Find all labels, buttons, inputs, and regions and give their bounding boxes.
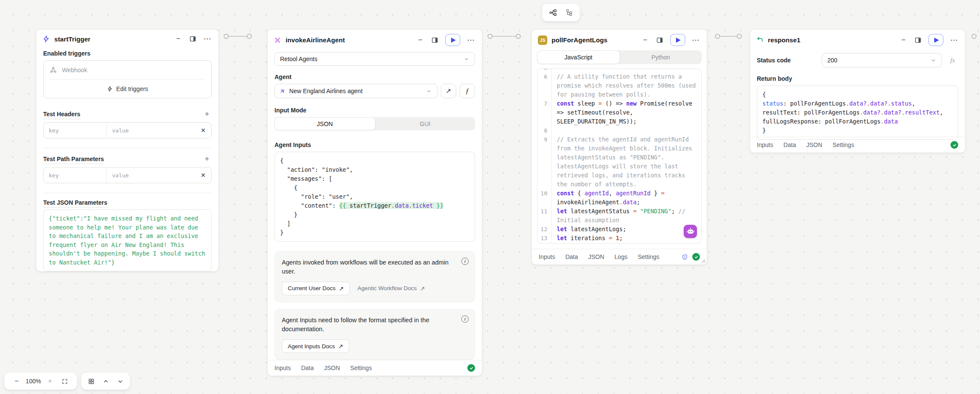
info-icon[interactable]: i [461,315,469,323]
tab-inputs[interactable]: Inputs [275,365,291,371]
output-port[interactable] [487,34,493,39]
run-block-button[interactable] [670,34,685,46]
block-header: JS pollForAgentLogs − ⋯ [532,29,707,50]
test-headers-label: Test Headers [43,111,80,118]
zoom-in-icon[interactable]: + [43,374,57,388]
more-options-icon[interactable]: ⋯ [466,35,476,45]
block-start-trigger[interactable]: startTrigger − ⋯ Enabled triggers Webhoo… [36,29,219,272]
tab-settings[interactable]: Settings [638,253,659,260]
agent-inputs-editor[interactable]: { "action": "invoke", "messages": [ { "r… [275,152,475,242]
resize-handle[interactable] [701,259,705,263]
flow-view-icon[interactable] [546,6,560,20]
tab-inputs[interactable]: Inputs [757,141,773,148]
side-panel-icon[interactable] [430,35,440,45]
workflow-canvas[interactable]: { "ui": { "zoom_level": "100%", "icons":… [0,0,980,394]
more-options-icon[interactable]: ⋯ [691,35,701,45]
block-title: response1 [768,36,800,44]
tab-python[interactable]: Python [620,50,702,64]
minimap-grid-icon[interactable] [84,374,98,388]
add-header-icon[interactable]: + [202,109,212,119]
output-port[interactable] [715,34,720,39]
block-title: pollForAgentLogs [552,36,608,44]
header-value-input[interactable] [112,127,190,134]
current-user-docs-button[interactable]: Current User Docs ↗ [282,282,350,295]
response-output-port[interactable] [971,34,977,39]
input-port[interactable] [737,34,742,39]
tab-settings[interactable]: Settings [832,141,854,148]
webhook-trigger-row[interactable]: Webhook [44,61,211,79]
tab-javascript[interactable]: JavaScript [537,50,620,64]
status-code-value: 200 [827,57,837,64]
return-body-editor[interactable]: {status: pollForAgentLogs.data?.data?.st… [757,85,958,140]
edit-triggers-button[interactable]: Edit triggers [44,79,211,98]
tab-data[interactable]: Data [301,365,314,371]
tab-inputs[interactable]: Inputs [539,253,555,260]
block-invoke-airline-agent[interactable]: invokeAirlineAgent − ⋯ Retool Agents Age… [267,29,482,376]
chevron-up-icon[interactable] [98,374,113,388]
success-status-icon [467,364,475,372]
output-port[interactable] [224,34,229,39]
input-mode-label: Input Mode [275,107,475,114]
return-arrow-icon [756,36,764,44]
more-options-icon[interactable]: ⋯ [949,35,959,45]
remove-header-icon[interactable]: ✕ [195,123,211,138]
play-icon [934,38,939,43]
test-json-parameters-editor[interactable]: {"ticket":"I have missed my flight and n… [43,209,212,271]
code-editor[interactable]: 5 6// A utility function that returns a … [537,68,702,244]
agentic-workflow-docs-link[interactable]: Agentic Workflow Docs ↗ [357,285,425,292]
open-agent-icon[interactable]: ↗ [441,84,456,98]
divider [43,148,212,148]
agent-inputs-docs-button[interactable]: Agent Inputs Docs ↗ [282,339,349,353]
run-block-button[interactable] [445,34,460,46]
tab-gui[interactable]: GUI [375,117,475,130]
remove-path-parameter-icon[interactable]: ✕ [195,168,211,183]
chevron-down-icon[interactable] [113,374,127,388]
header-key-input[interactable] [49,127,101,134]
external-link-icon: ↗ [420,285,425,292]
block-poll-for-agent-logs[interactable]: JS pollForAgentLogs − ⋯ JavaScript Pytho… [531,29,707,265]
ai-assistant-icon[interactable] [684,225,697,238]
tab-json[interactable]: JSON [324,365,340,371]
tree-view-icon[interactable] [562,6,576,20]
test-headers-kv-row: ✕ [43,122,212,138]
minimize-icon[interactable]: − [173,34,183,44]
fx-icon[interactable]: fx [947,57,958,64]
input-port[interactable] [247,34,252,39]
path-param-value-input[interactable] [112,172,190,179]
block-header: invokeAirlineAgent − ⋯ [268,29,482,50]
chevron-down-icon [426,88,432,94]
status-code-select[interactable]: 200 [822,53,942,68]
inputs-format-notice: Agent Inputs need to follow the format s… [275,309,475,360]
agent-select[interactable]: ✈ New England Airlines agent [275,84,437,98]
connector-line [493,36,517,37]
minimize-icon[interactable]: − [898,35,909,45]
minimize-icon[interactable]: − [415,35,425,45]
resource-select[interactable]: Retool Agents [275,52,475,66]
tab-json[interactable]: JSON [806,141,822,148]
side-panel-icon[interactable] [188,34,198,44]
input-port[interactable] [516,34,521,39]
zoom-out-icon[interactable]: − [9,374,24,388]
block-response[interactable]: response1 − ⋯ Status code 200 fx Return … [750,29,965,153]
lint-shield-icon[interactable] [682,254,688,260]
tab-json[interactable]: JSON [275,117,375,130]
tab-logs[interactable]: Logs [614,253,627,260]
resource-value: Retool Agents [280,56,317,62]
tab-json[interactable]: JSON [588,253,604,260]
fit-view-icon[interactable] [57,374,72,388]
tab-data[interactable]: Data [565,253,578,260]
side-panel-icon[interactable] [913,35,923,45]
more-options-icon[interactable]: ⋯ [202,34,213,44]
run-block-button[interactable] [928,34,944,46]
side-panel-icon[interactable] [655,35,665,45]
tab-settings[interactable]: Settings [350,365,372,371]
tab-data[interactable]: Data [783,141,796,148]
info-icon[interactable]: i [461,258,469,265]
minimize-icon[interactable]: − [640,35,650,45]
webhook-icon [50,66,57,74]
zoom-level[interactable]: 100% [24,378,43,385]
fx-toggle-icon[interactable]: ƒ [460,84,475,98]
javascript-badge-icon: JS [538,35,547,45]
path-param-key-input[interactable] [49,172,101,179]
add-path-parameter-icon[interactable]: + [202,154,212,164]
